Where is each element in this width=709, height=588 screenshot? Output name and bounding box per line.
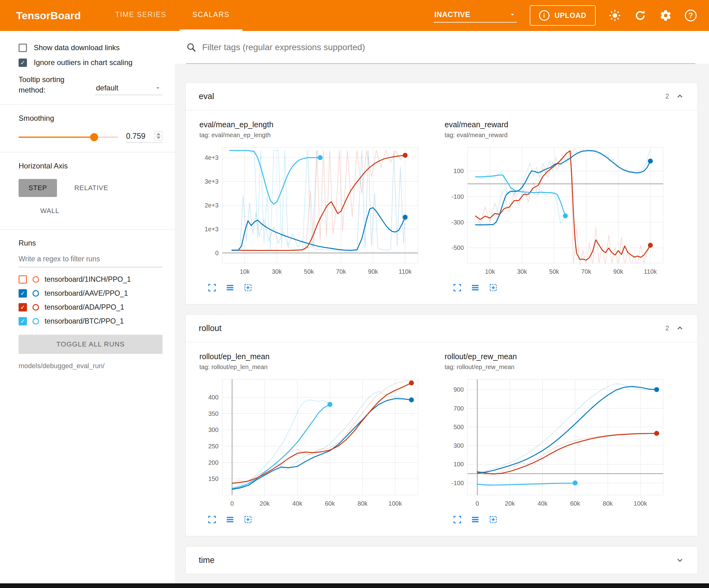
data-table-icon[interactable] <box>471 283 480 292</box>
top-app-bar: TensorBoard TIME SERIES SCALARS INACTIVE… <box>0 0 709 31</box>
run-checkbox[interactable]: ✓ <box>19 317 27 326</box>
fit-domain-icon[interactable] <box>243 515 253 524</box>
y-tick-label: 1e+3 <box>205 226 218 233</box>
section-count: 2 <box>665 92 669 100</box>
tab-time-series[interactable]: TIME SERIES <box>102 0 180 31</box>
horizontal-axis-label: Horizontal Axis <box>19 162 162 170</box>
run-label: tensorboard/AAVE/PPO_1 <box>45 289 128 298</box>
run-row-ada[interactable]: ✓tensorboard/ADA/PPO_1 <box>19 303 162 311</box>
x-tick-label: 60k <box>570 500 580 507</box>
y-tick-label: 4e+3 <box>205 154 218 161</box>
smoothing-slider[interactable] <box>19 133 118 142</box>
series-endpoint-dot <box>654 431 659 436</box>
tag-filter-input[interactable] <box>202 43 695 52</box>
brightness-icon[interactable] <box>609 9 621 22</box>
axis-wall-button[interactable]: WALL <box>30 202 69 220</box>
upload-button[interactable]: i UPLOAD <box>530 5 596 26</box>
collapse-icon[interactable] <box>675 92 685 101</box>
y-tick-label: 3e+3 <box>205 178 218 185</box>
slider-fill <box>19 136 94 138</box>
status-dropdown[interactable]: INACTIVE <box>434 8 517 23</box>
run-checkbox[interactable] <box>19 275 27 284</box>
chart-canvas[interactable]: 01e+32e+33e+34e+310k30k50k70k90k110k <box>200 144 422 280</box>
checkbox-icon[interactable]: ✓ <box>19 58 27 67</box>
spinner-up-icon[interactable] <box>156 133 161 135</box>
divider <box>0 104 175 105</box>
spinner-down-icon[interactable] <box>156 136 161 139</box>
runs-filter-input[interactable] <box>19 252 162 267</box>
toggle-all-runs-button[interactable]: TOGGLE ALL RUNS <box>19 335 162 354</box>
run-checkbox[interactable]: ✓ <box>19 303 27 311</box>
axis-step-button[interactable]: STEP <box>19 179 57 197</box>
settings-gear-icon[interactable] <box>659 9 672 22</box>
chart-card-eval-mean-reward: eval/mean_reward tag: eval/mean_reward 1… <box>438 120 667 292</box>
tooltip-sorting-select[interactable]: default <box>95 82 162 95</box>
number-spinner[interactable] <box>155 131 162 140</box>
y-tick-label: -300 <box>451 219 464 226</box>
runs-list: tensorboard/1INCH/PPO_1✓tensorboard/AAVE… <box>19 275 162 326</box>
search-icon <box>186 42 196 53</box>
series-endpoint-dot <box>318 155 323 160</box>
x-tick-label: 70k <box>581 268 592 275</box>
run-row-1inch[interactable]: tensorboard/1INCH/PPO_1 <box>19 275 162 284</box>
chart-tag: tag: eval/mean_ep_length <box>200 132 422 139</box>
tooltip-sorting-label: Tooltip sorting method: <box>19 74 90 95</box>
expand-card-icon[interactable] <box>453 283 462 292</box>
y-tick-label: 2e+3 <box>205 202 218 209</box>
chart-canvas[interactable]: 100-100-300-50010k30k50k70k90k110k <box>445 144 667 280</box>
axis-relative-button[interactable]: RELATIVE <box>64 179 118 197</box>
status-dropdown-value: INACTIVE <box>435 10 470 19</box>
refresh-icon[interactable] <box>634 9 647 22</box>
fit-domain-icon[interactable] <box>489 515 498 524</box>
fit-domain-icon[interactable] <box>489 283 498 292</box>
x-tick-label: 40k <box>292 500 303 507</box>
run-row-btc[interactable]: ✓tensorboard/BTC/PPO_1 <box>19 317 162 326</box>
section-title: eval <box>199 92 214 101</box>
tag-filter-field[interactable] <box>186 31 695 64</box>
y-tick-label: -500 <box>451 244 464 251</box>
section-eval-header[interactable]: eval 2 <box>186 83 698 110</box>
chart-tag: tag: eval/mean_reward <box>445 132 667 139</box>
x-tick-label: 110k <box>399 268 412 275</box>
ignore-outliers-checkbox-row[interactable]: ✓ Ignore outliers in chart scaling <box>19 58 162 67</box>
expand-card-icon[interactable] <box>207 515 217 524</box>
chart-canvas[interactable]: -100100300500700900020k40k60k80k100k <box>445 376 667 512</box>
checkbox-icon[interactable] <box>19 44 27 52</box>
section-title: rollout <box>199 324 222 333</box>
smoothing-label: Smoothing <box>19 114 162 123</box>
run-checkbox[interactable]: ✓ <box>19 289 27 298</box>
smoothing-value-input[interactable]: 0.759 <box>126 131 162 143</box>
y-tick-label: 100 <box>453 461 464 467</box>
section-time: time <box>185 546 698 574</box>
run-row-aave[interactable]: ✓tensorboard/AAVE/PPO_1 <box>19 289 162 298</box>
expand-card-icon[interactable] <box>207 283 217 292</box>
slider-thumb[interactable] <box>90 133 98 141</box>
collapse-icon[interactable] <box>675 324 685 333</box>
x-tick-label: 50k <box>304 268 314 275</box>
chart-canvas[interactable]: 150200250300350400020k40k60k80k100k <box>200 376 422 512</box>
section-time-header[interactable]: time <box>186 546 698 574</box>
header-tabs: TIME SERIES SCALARS <box>102 0 242 31</box>
data-table-icon[interactable] <box>226 283 235 292</box>
x-tick-label: 100k <box>634 500 648 507</box>
chart-actions <box>445 515 667 524</box>
tab-scalars[interactable]: SCALARS <box>180 0 243 31</box>
checkbox-label: Ignore outliers in chart scaling <box>34 58 132 67</box>
line-chart[interactable]: 01e+32e+33e+34e+310k30k50k70k90k110k <box>200 144 422 279</box>
show-download-links-checkbox-row[interactable]: Show data download links <box>19 43 162 52</box>
x-tick-label: 80k <box>603 500 613 507</box>
series-endpoint-dot <box>409 397 414 402</box>
help-icon[interactable]: ? <box>685 9 697 21</box>
line-chart[interactable]: 100-100-300-50010k30k50k70k90k110k <box>445 144 667 279</box>
data-table-icon[interactable] <box>226 515 235 524</box>
run-label: tensorboard/BTC/PPO_1 <box>45 317 124 326</box>
data-table-icon[interactable] <box>471 515 480 524</box>
line-chart[interactable]: 150200250300350400020k40k60k80k100k <box>200 376 422 511</box>
expand-card-icon[interactable] <box>453 515 462 524</box>
chart-title: rollout/ep_rew_mean <box>445 352 667 361</box>
expand-icon[interactable] <box>675 556 685 565</box>
line-chart[interactable]: -100100300500700900020k40k60k80k100k <box>445 376 667 511</box>
fit-domain-icon[interactable] <box>243 283 253 292</box>
section-rollout-header[interactable]: rollout 2 <box>186 314 698 342</box>
chart-title: eval/mean_ep_length <box>200 120 422 129</box>
